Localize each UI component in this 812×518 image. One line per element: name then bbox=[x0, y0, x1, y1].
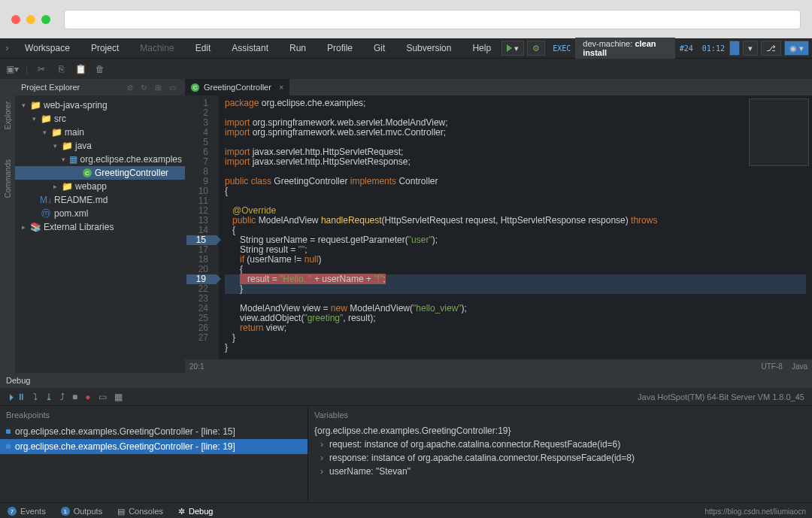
source-code[interactable]: package org.eclipse.che.examples;import … bbox=[219, 95, 812, 359]
debug-header[interactable]: Debug bbox=[0, 373, 812, 388]
stop-icon[interactable]: ■ bbox=[72, 392, 77, 402]
menu-run[interactable]: Run bbox=[279, 43, 317, 53]
resume-icon[interactable]: ⏵⏸ bbox=[8, 392, 26, 402]
menu-workspace[interactable]: Workspace bbox=[14, 43, 80, 53]
url-bar[interactable] bbox=[64, 10, 801, 29]
outputs-tab[interactable]: 1Outputs bbox=[61, 507, 103, 516]
panel-controls[interactable]: ⊘ ↻ ⊞ ▭ bbox=[127, 83, 179, 92]
machine-command[interactable]: dev-machine: clean install bbox=[575, 38, 675, 59]
gutter[interactable]: 1234567891011121314151617181920212223242… bbox=[185, 95, 219, 359]
variable-item[interactable]: request: instance of org.apache.catalina… bbox=[308, 438, 812, 451]
menu-assistant[interactable]: Assistant bbox=[221, 43, 279, 53]
frame-icon[interactable]: ▭ bbox=[98, 392, 107, 402]
run-counter: #24 bbox=[675, 44, 698, 53]
variable-item[interactable]: response: instance of org.apache.catalin… bbox=[308, 451, 812, 465]
code-editor[interactable]: 1234567891011121314151617181920212223242… bbox=[185, 95, 812, 359]
explorer-header: Project Explorer ⊘ ↻ ⊞ ▭ bbox=[15, 79, 185, 95]
close-window-icon[interactable] bbox=[11, 15, 20, 24]
tree-node[interactable]: ▾📁web-java-spring bbox=[15, 98, 185, 112]
menu-project[interactable]: Project bbox=[80, 43, 129, 53]
tree-node[interactable]: ▾📁main bbox=[15, 126, 185, 139]
maximize-window-icon[interactable] bbox=[41, 15, 50, 24]
git-icon[interactable]: ⎇ bbox=[761, 41, 781, 56]
exec-label: EXEC bbox=[548, 44, 575, 53]
tab-greetingcontroller[interactable]: C GreetingController × bbox=[185, 79, 289, 95]
main-menu: › WorkspaceProjectMachineEditAssistantRu… bbox=[0, 38, 812, 58]
cursor-position: 20:1 bbox=[189, 362, 204, 371]
breakpoint-item[interactable]: org.eclipse.che.examples.GreetingControl… bbox=[0, 424, 308, 439]
menu-help[interactable]: Help bbox=[462, 43, 501, 53]
tree-node[interactable]: M↓README.md bbox=[15, 193, 185, 207]
project-explorer: Project Explorer ⊘ ↻ ⊞ ▭ ▾📁web-java-spri… bbox=[15, 79, 185, 373]
encoding: UTF-8 bbox=[762, 362, 783, 371]
debug-toolbar: ⏵⏸ ⤵ ⤓ ⤴ ■ ● ▭ ▦ Java HotSpot(TM) 64-Bit… bbox=[0, 388, 812, 406]
rail-commands[interactable]: Commands bbox=[4, 159, 12, 198]
variables-column: Variables {org.eclipse.che.examples.Gree… bbox=[308, 406, 812, 502]
tree-node[interactable]: ▾📁java bbox=[15, 139, 185, 153]
breakpoint-item[interactable]: org.eclipse.che.examples.GreetingControl… bbox=[0, 439, 308, 454]
close-tab-icon[interactable]: × bbox=[279, 83, 283, 92]
menu-subversion[interactable]: Subversion bbox=[395, 43, 462, 53]
progress-indicator[interactable] bbox=[729, 41, 740, 56]
delete-icon[interactable]: 🗑 bbox=[94, 63, 106, 75]
menu-edit[interactable]: Edit bbox=[185, 43, 222, 53]
paste-icon[interactable]: 📋 bbox=[74, 63, 86, 75]
editor-statusbar: 20:1 UTF-8 Java bbox=[185, 359, 812, 373]
side-rail: Explorer Commands bbox=[0, 79, 15, 373]
bug-icon: ✲ bbox=[178, 507, 185, 516]
minimize-window-icon[interactable] bbox=[26, 15, 35, 24]
menu-git[interactable]: Git bbox=[363, 43, 395, 53]
record-icon[interactable]: ● bbox=[85, 392, 90, 402]
dropdown-icon[interactable]: ▾ bbox=[743, 41, 758, 56]
tree-node[interactable]: CGreetingController bbox=[15, 166, 185, 180]
eval-icon[interactable]: ▦ bbox=[114, 392, 123, 402]
tree-node[interactable]: ▸📁webapp bbox=[15, 180, 185, 193]
file-tree[interactable]: ▾📁web-java-spring▾📁src▾📁main▾📁java▾▦org.… bbox=[15, 95, 185, 373]
editor-area: C GreetingController × 12345678910111213… bbox=[185, 79, 812, 373]
tree-node[interactable]: ▸📚External Libraries bbox=[15, 220, 185, 234]
tree-node[interactable]: ▾📁src bbox=[15, 112, 185, 126]
cut-icon[interactable]: ✂ bbox=[35, 63, 47, 75]
window-titlebar bbox=[0, 0, 812, 38]
console-icon: ▤ bbox=[117, 507, 125, 516]
language: Java bbox=[792, 362, 807, 371]
new-icon[interactable]: ▣▾ bbox=[6, 63, 18, 75]
debug-tab[interactable]: ✲Debug bbox=[178, 507, 213, 516]
watermark: https://blog.csdn.net/liumiaocn bbox=[704, 507, 806, 516]
minimap[interactable] bbox=[749, 98, 809, 166]
menu-machine[interactable]: Machine bbox=[129, 43, 184, 53]
back-icon[interactable]: › bbox=[0, 43, 14, 53]
events-tab[interactable]: 7Events bbox=[8, 507, 46, 516]
step-into-icon[interactable]: ⤓ bbox=[45, 392, 53, 402]
class-icon: C bbox=[191, 83, 199, 92]
breakpoints-column: Breakpoints org.eclipse.che.examples.Gre… bbox=[0, 406, 308, 502]
step-over-icon[interactable]: ⤵ bbox=[33, 392, 38, 402]
variables-scope: {org.eclipse.che.examples.GreetingContro… bbox=[308, 424, 812, 438]
vm-info: Java HotSpot(TM) 64-Bit Server VM 1.8.0_… bbox=[638, 392, 804, 401]
run-time: 01:12 bbox=[698, 44, 729, 53]
menu-profile[interactable]: Profile bbox=[317, 43, 363, 53]
settings-icon[interactable]: ◉ ▾ bbox=[784, 41, 809, 56]
copy-icon[interactable]: ⎘ bbox=[55, 63, 67, 75]
step-out-icon[interactable]: ⤴ bbox=[60, 392, 65, 402]
toolbar: ▣▾ | ✂ ⎘ 📋 🗑 bbox=[0, 58, 812, 79]
debug-panel: Debug ⏵⏸ ⤵ ⤓ ⤴ ■ ● ▭ ▦ Java HotSpot(TM) … bbox=[0, 373, 812, 502]
run-button[interactable]: ▾ bbox=[501, 41, 524, 56]
editor-tabs: C GreetingController × bbox=[185, 79, 812, 95]
debug-button[interactable]: ⚙ bbox=[527, 41, 545, 56]
consoles-tab[interactable]: ▤Consoles bbox=[117, 507, 163, 516]
breakpoints-header: Breakpoints bbox=[0, 406, 308, 424]
rail-explorer[interactable]: Explorer bbox=[4, 101, 12, 129]
tree-node[interactable]: ▾▦org.eclipse.che.examples bbox=[15, 153, 185, 166]
variable-item[interactable]: userName: "Stevan" bbox=[308, 465, 812, 478]
tree-node[interactable]: ⓜpom.xml bbox=[15, 207, 185, 220]
bottom-bar: 7Events 1Outputs ▤Consoles ✲Debug bbox=[0, 502, 812, 518]
variables-header: Variables bbox=[308, 406, 812, 424]
